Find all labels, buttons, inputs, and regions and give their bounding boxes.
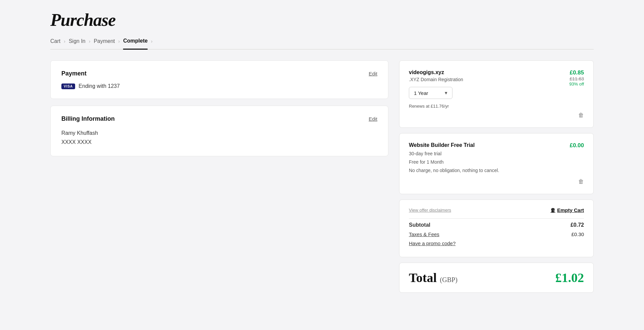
subtotal-value: £0.72 [571, 222, 584, 228]
left-column: Payment Edit VISA Ending with 1237 Billi… [50, 60, 388, 156]
billing-edit-button[interactable]: Edit [369, 116, 377, 122]
view-disclaimer-link[interactable]: View offer disclaimers [409, 208, 451, 213]
billing-address: XXXX XXXX [61, 138, 377, 147]
total-currency: (GBP) [440, 276, 458, 283]
summary-divider [409, 218, 584, 219]
wb-meta-line1: 30-day free trial [409, 150, 550, 158]
duration-value: 1 Year [414, 90, 428, 96]
billing-card-header: Billing Information Edit [61, 115, 377, 122]
billing-card-title: Billing Information [61, 115, 115, 122]
payment-ending-text: Ending with 1237 [78, 83, 120, 89]
domain-delete-button[interactable]: 🗑 [409, 112, 584, 119]
breadcrumb-sep-4: › [151, 39, 153, 49]
order-card-domain: videogigs.xyz .XYZ Domain Registration 1… [399, 60, 594, 128]
breadcrumb-sep-1: › [64, 39, 65, 49]
order-card-website-builder: Website Builder Free Trial 30-day free t… [399, 133, 594, 194]
breadcrumb-sign-in[interactable]: Sign In [69, 38, 86, 49]
billing-name: Ramy Khuffash [61, 128, 377, 138]
breadcrumb: Cart › Sign In › Payment › Complete › [50, 38, 594, 50]
billing-text: Ramy Khuffash XXXX XXXX [61, 128, 377, 147]
taxes-fees-link[interactable]: Taxes & Fees [409, 231, 439, 237]
payment-card-header: Payment Edit [61, 70, 377, 77]
promo-code-link[interactable]: Have a promo code? [409, 240, 455, 246]
empty-cart-label: Empty Cart [557, 207, 584, 213]
payment-card: Payment Edit VISA Ending with 1237 [50, 60, 388, 99]
order-item-domain-subtitle: .XYZ Domain Registration [409, 77, 550, 82]
promo-row: Have a promo code? [409, 240, 584, 246]
empty-cart-button[interactable]: 🗑 Empty Cart [550, 207, 584, 213]
subtotal-label: Subtotal [409, 222, 430, 228]
empty-cart-row: View offer disclaimers 🗑 Empty Cart [409, 207, 584, 213]
wb-delete-button[interactable]: 🗑 [409, 178, 584, 185]
order-item-domain-row: videogigs.xyz .XYZ Domain Registration 1… [409, 69, 584, 109]
wb-meta-line2: Free for 1 Month [409, 158, 550, 166]
breadcrumb-payment[interactable]: Payment [94, 38, 115, 49]
chevron-down-icon: ▾ [445, 90, 447, 96]
order-item-wb-row: Website Builder Free Trial 30-day free t… [409, 142, 584, 175]
order-item-domain-left: videogigs.xyz .XYZ Domain Registration 1… [409, 69, 550, 109]
order-item-domain-title: videogigs.xyz [409, 69, 550, 75]
breadcrumb-sep-3: › [118, 39, 120, 49]
taxes-row: Taxes & Fees £0.30 [409, 231, 584, 237]
domain-discount: 93% off [550, 81, 584, 87]
billing-card: Billing Information Edit Ramy Khuffash X… [50, 106, 388, 156]
page-title: Purchase [50, 10, 594, 30]
domain-original-price: £11.63 [550, 76, 584, 81]
total-section: Total (GBP) £1.02 [399, 263, 594, 293]
payment-card-title: Payment [61, 70, 87, 77]
breadcrumb-cart[interactable]: Cart [50, 38, 60, 49]
summary-section: View offer disclaimers 🗑 Empty Cart Subt… [399, 200, 594, 257]
duration-select[interactable]: 1 Year ▾ [409, 87, 452, 99]
total-row: Total (GBP) £1.02 [409, 270, 584, 285]
right-column: videogigs.xyz .XYZ Domain Registration 1… [399, 60, 594, 293]
visa-badge: VISA [61, 84, 75, 89]
total-text: Total [409, 271, 437, 285]
order-item-website-builder: Website Builder Free Trial 30-day free t… [399, 133, 593, 194]
renews-text: Renews at £11.76/yr [409, 104, 550, 109]
breadcrumb-complete[interactable]: Complete [123, 38, 148, 50]
wb-price: £0.00 [570, 142, 584, 149]
payment-info: VISA Ending with 1237 [61, 83, 377, 89]
total-label: Total (GBP) [409, 270, 458, 285]
breadcrumb-sep-2: › [89, 39, 91, 49]
order-item-wb-right: £0.00 [550, 142, 584, 149]
wb-meta: 30-day free trial Free for 1 Month No ch… [409, 150, 550, 175]
order-item-domain: videogigs.xyz .XYZ Domain Registration 1… [399, 61, 593, 127]
order-item-domain-right: £0.85 £11.63 93% off [550, 69, 584, 87]
subtotal-row: Subtotal £0.72 [409, 222, 584, 228]
payment-edit-button[interactable]: Edit [369, 71, 377, 76]
wb-meta-line3: No charge, no obligation, nothing to can… [409, 166, 550, 175]
domain-price: £0.85 [570, 69, 584, 76]
order-item-wb-left: Website Builder Free Trial 30-day free t… [409, 142, 550, 175]
taxes-value: £0.30 [571, 231, 584, 237]
wb-title: Website Builder Free Trial [409, 142, 550, 148]
total-value: £1.02 [555, 270, 584, 285]
trash-icon: 🗑 [550, 207, 555, 213]
